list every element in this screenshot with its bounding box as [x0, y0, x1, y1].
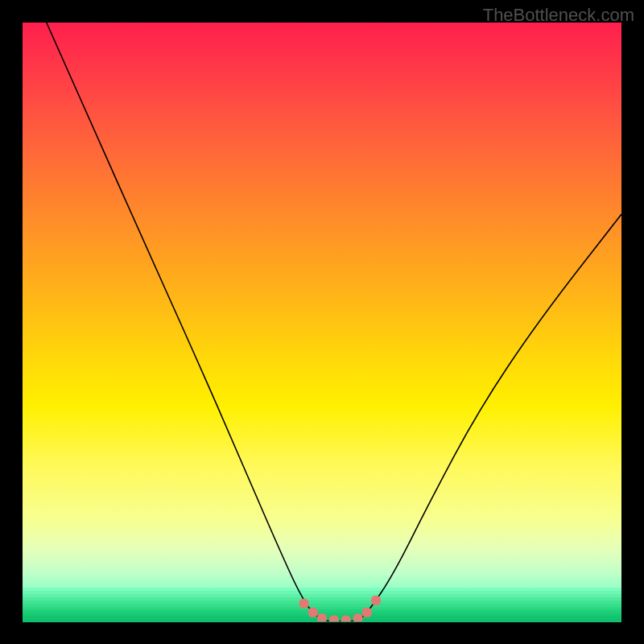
valley-markers-group [299, 596, 381, 621]
watermark-text: TheBottleneck.com [483, 5, 634, 26]
valley-marker [317, 613, 327, 621]
valley-marker [362, 608, 372, 617]
bottleneck-curve-svg [23, 23, 621, 621]
chart-plot-area [23, 23, 621, 621]
valley-marker [341, 616, 351, 621]
valley-marker [353, 613, 363, 621]
bottleneck-curve-path [47, 23, 621, 621]
valley-marker [308, 608, 318, 617]
valley-marker [371, 596, 381, 605]
valley-marker [329, 616, 339, 621]
valley-marker [299, 599, 309, 609]
